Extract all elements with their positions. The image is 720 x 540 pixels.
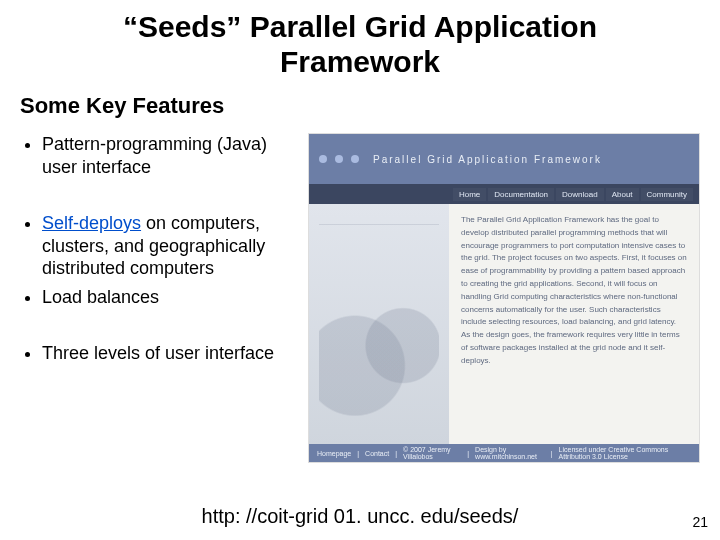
page-number: 21 bbox=[692, 514, 708, 530]
footer-homepage[interactable]: Homepage bbox=[317, 450, 351, 457]
footer-license: Licensed under Creative Commons Attribut… bbox=[559, 446, 691, 460]
screenshot-footer: Homepage | Contact | © 2007 Jeremy Villa… bbox=[309, 444, 699, 462]
title-line-1: “Seeds” Parallel Grid Application bbox=[123, 10, 597, 43]
bullet-2: Self-deploys on computers, clusters, and… bbox=[42, 212, 304, 280]
nav-home[interactable]: Home bbox=[453, 188, 486, 201]
slide: “Seeds” Parallel Grid Application Framew… bbox=[0, 0, 720, 540]
subtitle: Some Key Features bbox=[20, 93, 700, 119]
content-row: Pattern-programming (Java) user interfac… bbox=[20, 133, 700, 463]
screenshot-column: Parallel Grid Application Framework Home… bbox=[304, 133, 700, 463]
banner-text: Parallel Grid Application Framework bbox=[373, 154, 602, 165]
self-deploys-link[interactable]: Self-deploys bbox=[42, 213, 141, 233]
screenshot-body: The Parallel Grid Application Framework … bbox=[309, 204, 699, 446]
sidebar-image bbox=[309, 204, 449, 446]
slide-title: “Seeds” Parallel Grid Application Framew… bbox=[60, 10, 660, 79]
bullet-list: Pattern-programming (Java) user interfac… bbox=[20, 133, 304, 463]
website-screenshot: Parallel Grid Application Framework Home… bbox=[308, 133, 700, 463]
screenshot-banner: Parallel Grid Application Framework bbox=[309, 134, 699, 184]
nav-download[interactable]: Download bbox=[556, 188, 604, 201]
title-line-2: Framework bbox=[280, 45, 440, 78]
bullet-1: Pattern-programming (Java) user interfac… bbox=[42, 133, 304, 178]
nav-community[interactable]: Community bbox=[641, 188, 693, 201]
nav-documentation[interactable]: Documentation bbox=[488, 188, 554, 201]
screenshot-nav: Home Documentation Download About Commun… bbox=[309, 184, 699, 204]
footer-contact[interactable]: Contact bbox=[365, 450, 389, 457]
bullet-4: Three levels of user interface bbox=[42, 342, 304, 365]
nav-about[interactable]: About bbox=[606, 188, 639, 201]
footer-design: Design by www.mitchinson.net bbox=[475, 446, 545, 460]
screenshot-paragraph: The Parallel Grid Application Framework … bbox=[449, 204, 699, 446]
source-url: http: //coit-grid 01. uncc. edu/seeds/ bbox=[0, 505, 720, 528]
dot-grid-icon bbox=[319, 155, 359, 163]
bullet-3: Load balances bbox=[42, 286, 304, 309]
footer-copyright: © 2007 Jeremy Villalobos bbox=[403, 446, 461, 460]
